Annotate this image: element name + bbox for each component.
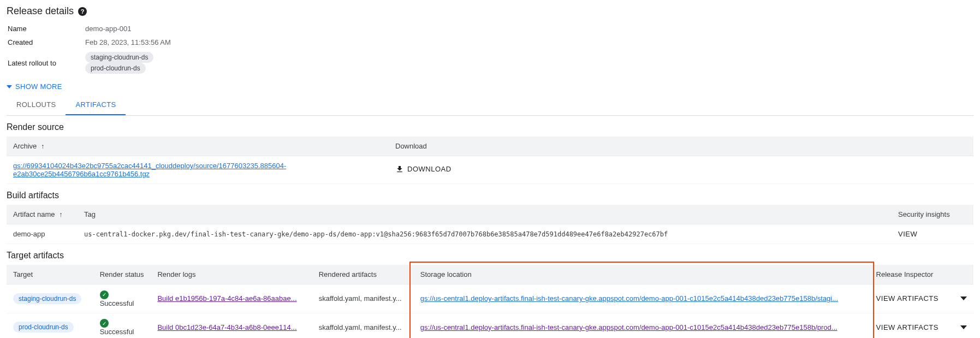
- render-source-table: Archive ↑ Download gs://69934104024b43e2…: [7, 137, 973, 184]
- label-latest-rollout: Latest rollout to: [8, 50, 84, 76]
- tabs-bar: ROLLOUTS ARTIFACTS: [7, 95, 973, 116]
- value-created: Feb 28, 2023, 11:53:56 AM: [85, 36, 202, 49]
- tab-artifacts[interactable]: ARTIFACTS: [66, 95, 126, 115]
- chevron-down-icon: [7, 85, 12, 88]
- archive-link[interactable]: gs://69934104024b43e2bc9755a2cac44141_cl…: [13, 162, 286, 178]
- col-render-status: Render status: [93, 265, 151, 284]
- sort-arrow-icon: ↑: [41, 142, 45, 150]
- storage-location-link[interactable]: gs://us-central1.deploy-artifacts.final-…: [420, 323, 863, 331]
- artifact-name-cell: demo-app: [7, 224, 78, 244]
- artifact-tag-cell: us-central1-docker.pkg.dev/final-ish-tes…: [78, 224, 892, 244]
- show-more-button[interactable]: SHOW MORE: [7, 82, 973, 91]
- view-security-button[interactable]: VIEW: [898, 230, 917, 238]
- render-log-link[interactable]: Build e1b1956b-197a-4c84-ae6a-86aabae...: [157, 294, 305, 303]
- build-artifacts-table: Artifact name ↑ Tag Security insights de…: [7, 205, 973, 244]
- download-icon: [395, 165, 404, 174]
- success-icon: ✓: [100, 319, 109, 328]
- rollout-chip-staging[interactable]: staging-cloudrun-ds: [85, 52, 153, 63]
- release-details-table: Name demo-app-001 Created Feb 28, 2023, …: [7, 21, 203, 77]
- tab-rollouts[interactable]: ROLLOUTS: [7, 95, 66, 115]
- col-security-insights: Security insights: [892, 205, 973, 224]
- col-release-inspector: Release Inspector: [870, 265, 973, 284]
- col-rendered-artifacts: Rendered artifacts: [312, 265, 414, 284]
- build-artifacts-heading: Build artifacts: [7, 191, 973, 200]
- sort-arrow-icon: ↑: [59, 210, 63, 218]
- label-created: Created: [8, 36, 84, 49]
- show-more-label: SHOW MORE: [15, 82, 62, 91]
- view-artifacts-button[interactable]: VIEW ARTIFACTS: [876, 294, 939, 303]
- col-tag: Tag: [78, 205, 892, 224]
- page-title: Release details: [7, 5, 74, 17]
- chevron-down-icon[interactable]: [960, 325, 967, 329]
- rendered-artifacts-cell: skaffold.yaml, manifest.y...: [319, 294, 407, 303]
- target-artifacts-heading: Target artifacts: [7, 251, 973, 260]
- help-icon[interactable]: ?: [78, 7, 87, 16]
- render-source-row: gs://69934104024b43e2bc9755a2cac44141_cl…: [7, 156, 973, 184]
- chevron-down-icon[interactable]: [960, 297, 967, 300]
- col-artifact-name[interactable]: Artifact name ↑: [7, 205, 78, 224]
- col-target: Target: [7, 265, 93, 284]
- col-archive[interactable]: Archive ↑: [7, 137, 389, 156]
- target-row: staging-cloudrun-ds✓SuccessfulBuild e1b1…: [7, 284, 973, 313]
- col-render-logs: Render logs: [151, 265, 312, 284]
- target-chip[interactable]: prod-cloudrun-ds: [13, 322, 74, 333]
- render-source-heading: Render source: [7, 122, 973, 132]
- success-icon: ✓: [100, 290, 109, 299]
- target-row: prod-cloudrun-ds✓SuccessfulBuild 0bc1d23…: [7, 313, 973, 338]
- col-storage-location: Storage location: [414, 265, 870, 284]
- view-artifacts-button[interactable]: VIEW ARTIFACTS: [876, 323, 939, 331]
- render-log-link[interactable]: Build 0bc1d23e-64a7-4b34-a6b8-0eee114...: [157, 323, 305, 331]
- value-name: demo-app-001: [85, 22, 202, 35]
- storage-location-link[interactable]: gs://us-central1.deploy-artifacts.final-…: [420, 294, 863, 303]
- col-download: Download: [389, 137, 973, 156]
- rendered-artifacts-cell: skaffold.yaml, manifest.y...: [319, 323, 407, 331]
- target-chip[interactable]: staging-cloudrun-ds: [13, 293, 81, 304]
- rollout-chip-prod[interactable]: prod-cloudrun-ds: [85, 63, 146, 74]
- status-text: Successful: [100, 299, 134, 307]
- status-text: Successful: [100, 328, 134, 336]
- build-artifact-row: demo-app us-central1-docker.pkg.dev/fina…: [7, 224, 973, 244]
- target-artifacts-table: Target Render status Render logs Rendere…: [7, 265, 973, 338]
- download-button[interactable]: DOWNLOAD: [395, 165, 452, 174]
- label-name: Name: [8, 22, 84, 35]
